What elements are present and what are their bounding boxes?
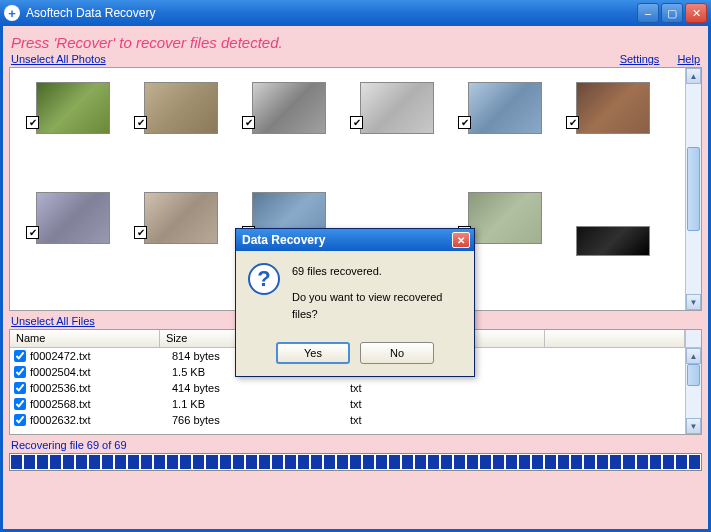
scroll-track[interactable]	[686, 84, 701, 294]
dialog-line2: Do you want to view recovered files?	[292, 289, 462, 324]
unselect-all-files-link[interactable]: Unselect All Files	[11, 315, 95, 327]
dialog-body: ? 69 files recovered. Do you want to vie…	[236, 251, 474, 336]
file-checkbox[interactable]	[14, 398, 26, 410]
thumbnail-checkbox[interactable]: ✔	[134, 116, 147, 129]
thumbnail-image	[468, 82, 542, 134]
file-checkbox[interactable]	[14, 350, 26, 362]
scroll-up-icon[interactable]: ▲	[686, 348, 701, 364]
question-icon: ?	[248, 263, 280, 295]
dialog-titlebar: Data Recovery ✕	[236, 229, 474, 251]
top-links-row: Unselect All Photos Settings Help	[9, 53, 702, 67]
maximize-button[interactable]: ▢	[661, 3, 683, 23]
dialog-text: 69 files recovered. Do you want to view …	[292, 263, 462, 324]
settings-link[interactable]: Settings	[620, 53, 660, 65]
file-name: f0002632.txt	[30, 414, 172, 426]
thumbnail-checkbox[interactable]: ✔	[26, 226, 39, 239]
file-scrollbar[interactable]: ▲ ▼	[685, 348, 701, 434]
dialog-close-button[interactable]: ✕	[452, 232, 470, 248]
thumbnail-image	[144, 82, 218, 134]
thumbnail-checkbox[interactable]: ✔	[26, 116, 39, 129]
thumbnail-image	[468, 192, 542, 244]
file-ext: txt	[350, 382, 701, 394]
scroll-thumb[interactable]	[687, 147, 700, 231]
photo-thumbnail[interactable]: ✔	[234, 76, 342, 186]
thumbnail-image	[576, 82, 650, 134]
file-name: f0002536.txt	[30, 382, 172, 394]
scroll-track[interactable]	[686, 364, 701, 418]
yes-button[interactable]: Yes	[276, 342, 350, 364]
app-window: + Asoftech Data Recovery – ▢ ✕ Press 'Re…	[0, 0, 711, 532]
file-scroll-corner	[685, 330, 701, 347]
dialog-buttons: Yes No	[236, 336, 474, 376]
photo-thumbnail[interactable]: ✔	[18, 186, 126, 296]
client-area: Press 'Recover' to recover files detecte…	[0, 26, 711, 532]
file-checkbox[interactable]	[14, 366, 26, 378]
photo-thumbnail[interactable]: ✔	[126, 186, 234, 296]
thumbnail-checkbox[interactable]: ✔	[134, 226, 147, 239]
recovery-dialog: Data Recovery ✕ ? 69 files recovered. Do…	[235, 228, 475, 377]
table-row[interactable]: f0002536.txt414 bytestxt	[10, 380, 701, 396]
file-ext: txt	[350, 414, 701, 426]
file-size: 414 bytes	[172, 382, 350, 394]
help-link[interactable]: Help	[677, 53, 700, 65]
recovering-status: Recovering file 69 of 69	[9, 435, 702, 453]
file-name: f0002504.txt	[30, 366, 172, 378]
thumbnail-image	[252, 82, 326, 134]
file-checkbox[interactable]	[14, 414, 26, 426]
minimize-button[interactable]: –	[637, 3, 659, 23]
photo-thumbnail[interactable]	[558, 186, 666, 296]
app-icon: +	[4, 5, 20, 21]
file-checkbox[interactable]	[14, 382, 26, 394]
file-name: f0002568.txt	[30, 398, 172, 410]
photo-thumbnail[interactable]: ✔	[558, 76, 666, 186]
thumbnail-checkbox[interactable]: ✔	[350, 116, 363, 129]
table-row[interactable]: f0002632.txt766 bytestxt	[10, 412, 701, 428]
scroll-down-icon[interactable]: ▼	[686, 294, 701, 310]
column-header-blank[interactable]	[545, 330, 685, 347]
scroll-down-icon[interactable]: ▼	[686, 418, 701, 434]
progress-bar	[9, 453, 702, 471]
photo-thumbnail[interactable]: ✔	[342, 76, 450, 186]
thumbnail-image	[144, 192, 218, 244]
no-button[interactable]: No	[360, 342, 434, 364]
titlebar-title: Asoftech Data Recovery	[26, 6, 637, 20]
table-row[interactable]: f0002568.txt1.1 KBtxt	[10, 396, 701, 412]
thumbnail-image	[360, 82, 434, 134]
titlebar: + Asoftech Data Recovery – ▢ ✕	[0, 0, 711, 26]
thumbnail-checkbox[interactable]: ✔	[242, 116, 255, 129]
scroll-up-icon[interactable]: ▲	[686, 68, 701, 84]
photo-thumbnail[interactable]: ✔	[450, 76, 558, 186]
file-size: 766 bytes	[172, 414, 350, 426]
photo-thumbnail[interactable]: ✔	[18, 76, 126, 186]
photo-scrollbar[interactable]: ▲ ▼	[685, 68, 701, 310]
thumbnail-image	[576, 226, 650, 256]
column-header-name[interactable]: Name	[10, 330, 160, 347]
file-name: f0002472.txt	[30, 350, 172, 362]
close-button[interactable]: ✕	[685, 3, 707, 23]
file-ext: txt	[350, 398, 701, 410]
file-size: 1.1 KB	[172, 398, 350, 410]
scroll-thumb[interactable]	[687, 364, 700, 386]
thumbnail-checkbox[interactable]: ✔	[458, 116, 471, 129]
unselect-all-photos-link[interactable]: Unselect All Photos	[11, 53, 106, 65]
photo-thumbnail[interactable]: ✔	[126, 76, 234, 186]
instruction-text: Press 'Recover' to recover files detecte…	[9, 30, 702, 53]
thumbnail-image	[36, 192, 110, 244]
dialog-title: Data Recovery	[240, 233, 452, 247]
window-controls: – ▢ ✕	[637, 3, 707, 23]
dialog-line1: 69 files recovered.	[292, 263, 462, 281]
thumbnail-checkbox[interactable]: ✔	[566, 116, 579, 129]
thumbnail-image	[36, 82, 110, 134]
